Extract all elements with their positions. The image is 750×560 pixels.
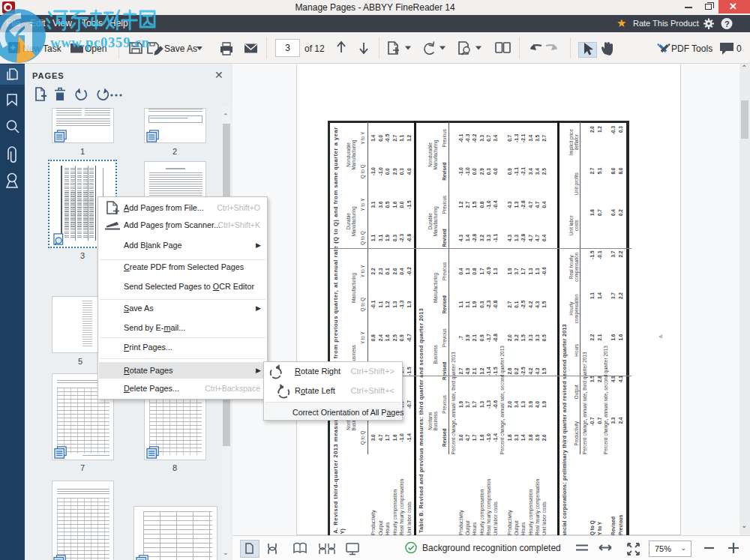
svg-text:?: ? xyxy=(724,19,730,28)
